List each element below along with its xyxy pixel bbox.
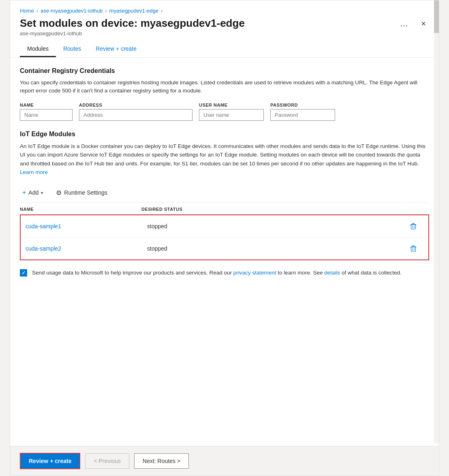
modules-table: cuda-sample1 stopped cuda-sa — [20, 214, 429, 260]
password-field-container: PASSWORD — [270, 103, 335, 121]
password-label: PASSWORD — [270, 103, 335, 107]
address-input[interactable] — [79, 109, 192, 121]
page-title: Set modules on device: myasegpudev1-edge — [20, 17, 245, 30]
runtime-settings-label: Runtime Settings — [64, 189, 107, 196]
tab-modules[interactable]: Modules — [20, 41, 56, 57]
breadcrumb-edge[interactable]: myasegpudev1-edge — [109, 8, 158, 14]
header-name: NAME — [20, 207, 141, 212]
table-row: cuda-sample2 stopped — [21, 238, 428, 259]
tab-routes[interactable]: Routes — [56, 41, 88, 57]
usage-section: Send usage data to Microsoft to help imp… — [20, 260, 429, 284]
table-row: cuda-sample1 stopped — [21, 215, 428, 238]
username-input[interactable] — [199, 109, 264, 121]
svg-rect-5 — [412, 245, 415, 246]
tab-review-create[interactable]: Review + create — [88, 41, 144, 57]
module-status-2: stopped — [147, 245, 248, 252]
details-link[interactable]: details — [324, 270, 340, 276]
tabs-container: Modules Routes Review + create — [20, 41, 429, 57]
delete-button-2[interactable] — [403, 243, 423, 254]
gear-icon: ⚙ — [56, 189, 62, 197]
scrollbar-track[interactable] — [434, 0, 439, 443]
breadcrumb: Home › ase-myasegpudev1-iothub › myasegp… — [20, 8, 429, 14]
delete-icon-1 — [410, 223, 417, 230]
title-row: Set modules on device: myasegpudev1-edge… — [20, 17, 429, 30]
header-empty — [243, 207, 409, 212]
privacy-statement-link[interactable]: privacy statement — [233, 270, 276, 276]
svg-rect-1 — [412, 223, 415, 224]
ellipsis-button[interactable]: … — [397, 17, 411, 30]
credentials-form: NAME ADDRESS USER NAME PASSWORD — [20, 103, 429, 121]
breadcrumb-sep1: › — [36, 8, 38, 14]
runtime-settings-button[interactable]: ⚙ Runtime Settings — [53, 187, 110, 198]
main-panel: Home › ase-myasegpudev1-iothub › myasegp… — [10, 0, 439, 476]
name-input[interactable] — [20, 109, 73, 121]
address-label: ADDRESS — [79, 103, 192, 107]
username-field-container: USER NAME — [199, 103, 264, 121]
next-routes-button[interactable]: Next: Routes > — [134, 453, 189, 469]
address-field-container: ADDRESS — [79, 103, 192, 121]
chevron-down-icon: ▾ — [41, 191, 43, 195]
modules-toolbar: + Add ▾ ⚙ Runtime Settings — [20, 183, 429, 203]
header-actions — [409, 207, 429, 212]
delete-button-1[interactable] — [403, 221, 423, 232]
delete-icon-2 — [410, 245, 417, 252]
learn-more-link[interactable]: Learn more — [20, 169, 48, 175]
iot-edge-title: IoT Edge Modules — [20, 131, 429, 138]
container-registry-description: You can specify credentials to container… — [20, 79, 429, 95]
table-header: NAME DESIRED STATUS — [20, 203, 429, 214]
breadcrumb-sep2: › — [105, 8, 107, 14]
panel-content: Container Registry Credentials You can s… — [10, 58, 439, 446]
password-input[interactable] — [270, 109, 335, 121]
panel-footer: Review + create < Previous Next: Routes … — [10, 446, 439, 476]
module-name-1[interactable]: cuda-sample1 — [26, 223, 147, 229]
username-label: USER NAME — [199, 103, 264, 107]
header-status: DESIRED STATUS — [141, 207, 243, 212]
container-registry-section: Container Registry Credentials You can s… — [20, 67, 429, 121]
name-field-container: NAME — [20, 103, 73, 121]
previous-button[interactable]: < Previous — [85, 453, 129, 469]
panel-header: Home › ase-myasegpudev1-iothub › myasegp… — [10, 0, 439, 58]
close-button[interactable]: × — [418, 17, 429, 30]
review-create-button[interactable]: Review + create — [20, 453, 80, 469]
usage-checkbox[interactable] — [20, 269, 27, 277]
module-status-1: stopped — [147, 223, 248, 229]
add-button[interactable]: + Add ▾ — [20, 187, 45, 198]
breadcrumb-iothub[interactable]: ase-myasegpudev1-iothub — [41, 8, 103, 14]
module-name-2[interactable]: cuda-sample2 — [26, 245, 147, 252]
iot-edge-description: An IoT Edge module is a Docker container… — [20, 142, 429, 177]
usage-text: Send usage data to Microsoft to help imp… — [32, 268, 402, 277]
subtitle: ase-myasegpudev1-iothub — [20, 30, 429, 36]
breadcrumb-sep3: › — [161, 8, 162, 14]
breadcrumb-home[interactable]: Home — [20, 8, 34, 14]
scrollbar-thumb[interactable] — [434, 0, 439, 33]
add-label: Add — [28, 189, 38, 196]
container-registry-title: Container Registry Credentials — [20, 67, 429, 75]
add-icon: + — [22, 189, 26, 196]
name-label: NAME — [20, 103, 73, 107]
title-actions: … × — [397, 17, 429, 30]
iot-edge-section: IoT Edge Modules An IoT Edge module is a… — [20, 131, 429, 284]
